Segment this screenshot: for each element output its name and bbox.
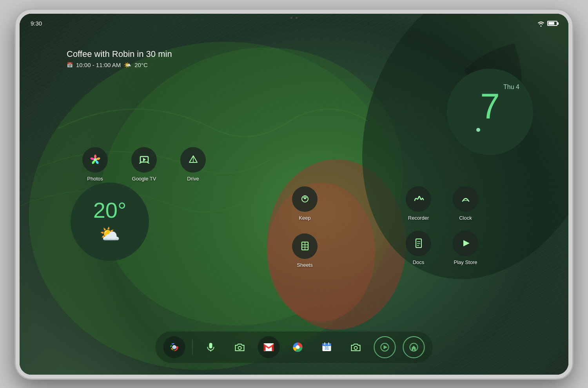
svg-rect-34 [323, 343, 331, 346]
googletv-icon-circle [131, 147, 157, 173]
status-time: 9:30 [31, 20, 42, 27]
weather-temperature: 20° [93, 199, 127, 221]
app-sheets-container: Sheets [292, 233, 318, 268]
dock-google[interactable]: G [163, 336, 185, 358]
right-apps-grid: Recorder Clock [402, 186, 529, 265]
app-docs[interactable]: Docs [402, 231, 435, 265]
sensor [296, 17, 298, 19]
drive-icon-circle [180, 147, 206, 173]
camera-icon [235, 342, 245, 352]
clock-icon-circle [453, 186, 478, 212]
dock-calendar[interactable]: 31 [316, 336, 338, 358]
app-playstore[interactable]: Play Store [449, 231, 482, 265]
empty-slot [496, 186, 529, 221]
dock: G [156, 332, 433, 363]
recorder-icon-circle [406, 186, 431, 212]
weather-emoji: 🌤️ [124, 62, 131, 69]
dock-divider-1 [192, 339, 193, 355]
home-icon [409, 342, 419, 352]
battery-fill [548, 22, 554, 25]
app-photos[interactable]: Photos [82, 147, 108, 182]
calendar-icon: 📅 [67, 62, 73, 68]
clock-label: Clock [459, 215, 472, 221]
sheets-icon-circle [292, 233, 318, 259]
svg-rect-26 [209, 343, 212, 348]
app-keep[interactable]: Keep [292, 186, 318, 221]
svg-point-6 [94, 155, 96, 158]
docs-icon-circle [406, 231, 431, 256]
svg-point-28 [238, 346, 241, 350]
app-clock[interactable]: Clock [449, 186, 482, 221]
dock-camera[interactable] [229, 336, 251, 358]
dock-camera2[interactable] [345, 336, 367, 358]
svg-point-3 [267, 182, 375, 322]
playstore-icon-circle [453, 231, 478, 256]
svg-point-32 [296, 346, 299, 349]
event-time: 10:00 - 11:00 AM [76, 62, 121, 68]
dock-home[interactable] [403, 336, 425, 358]
tablet-frame: 9:30 Coffee with Robin in 30 min 📅 10:00… [16, 10, 572, 379]
clock-date: Thu 4 [503, 84, 533, 91]
clock-hour: 7 [480, 89, 500, 124]
recorder-label: Recorder [408, 215, 429, 221]
drive-label: Drive [187, 176, 199, 182]
front-camera [290, 17, 292, 19]
keep-label: Keep [299, 215, 310, 221]
clock-widget[interactable]: Thu 4 7 [447, 69, 533, 155]
notification-widget: Coffee with Robin in 30 min 📅 10:00 - 11… [67, 49, 172, 69]
svg-text:31: 31 [325, 346, 329, 350]
status-icons [537, 20, 557, 27]
camera2-icon [351, 342, 361, 352]
photos-icon-circle [82, 147, 108, 173]
photos-label: Photos [87, 176, 103, 182]
weather-temp: 20°C [134, 62, 148, 68]
recorder-icon [412, 193, 425, 205]
battery-icon [547, 21, 557, 26]
app-sheets[interactable]: Sheets [292, 233, 318, 268]
weather-widget[interactable]: 20° ⛅ [71, 182, 149, 261]
sheets-label: Sheets [297, 262, 312, 268]
wifi-icon [537, 20, 545, 27]
youtube-icon [380, 342, 390, 352]
google-icon: G [169, 342, 180, 353]
clock-icon [459, 193, 472, 205]
dock-youtube[interactable] [374, 336, 396, 358]
docs-label: Docs [413, 259, 425, 265]
googletv-icon [138, 153, 151, 166]
gmail-icon [263, 343, 274, 352]
app-googletv[interactable]: Google TV [131, 147, 157, 182]
mic-icon [206, 342, 216, 352]
clock-indicator [476, 128, 480, 132]
photos-icon [89, 153, 102, 166]
svg-rect-19 [416, 239, 421, 248]
app-keep-container: Keep [292, 186, 318, 221]
chrome-icon [292, 342, 303, 353]
calendar-icon: 31 [321, 342, 332, 353]
playstore-label: Play Store [454, 259, 477, 265]
sheets-icon [299, 240, 311, 252]
docs-icon [412, 237, 425, 250]
svg-marker-23 [463, 240, 470, 246]
drive-icon [187, 153, 200, 166]
weather-sun-icon: ⛅ [100, 224, 120, 244]
app-recorder[interactable]: Recorder [402, 186, 435, 221]
app-drive[interactable]: Drive [180, 147, 206, 182]
dock-mic[interactable] [200, 336, 222, 358]
keep-icon-circle [292, 186, 318, 212]
googletv-label: Google TV [132, 176, 156, 182]
playstore-icon [459, 237, 472, 250]
keep-icon [299, 193, 311, 205]
dock-gmail[interactable] [258, 336, 280, 358]
event-title: Coffee with Robin in 30 min [67, 49, 172, 59]
svg-marker-40 [384, 345, 388, 349]
camera-area [290, 17, 298, 19]
event-details: 📅 10:00 - 11:00 AM 🌤️ 20°C [67, 62, 172, 69]
top-apps-row: Photos Google TV Drive [82, 147, 206, 182]
svg-text:G: G [173, 346, 176, 350]
dock-chrome[interactable] [287, 336, 309, 358]
